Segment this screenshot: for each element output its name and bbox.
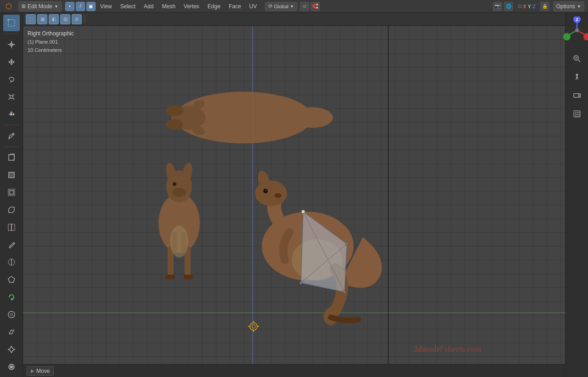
face-select-mode[interactable]: ▣: [86, 2, 96, 11]
add-menu[interactable]: Add: [140, 1, 157, 12]
svg-rect-42: [574, 94, 579, 97]
tool-div-3: [5, 146, 18, 147]
svg-text:3dmodel sheets.com: 3dmodel sheets.com: [413, 344, 481, 354]
walk-mode-btn[interactable]: [569, 69, 585, 85]
y-axis-label: Y: [528, 4, 531, 9]
push-pull-btn[interactable]: [3, 359, 20, 375]
svg-rect-16: [8, 189, 15, 196]
object-mode-icon-4[interactable]: ▨: [60, 14, 70, 24]
add-box-btn[interactable]: [3, 149, 20, 166]
shrink-fatten-btn[interactable]: [3, 341, 20, 358]
transform-label: Global: [274, 4, 288, 9]
svg-rect-71: [184, 275, 193, 279]
uv-menu[interactable]: UV: [246, 1, 261, 12]
move-label: Move: [36, 368, 50, 374]
svg-point-85: [345, 242, 348, 245]
camera-view-btn[interactable]: [569, 87, 585, 104]
svg-rect-50: [23, 26, 565, 366]
knife-btn[interactable]: [3, 236, 20, 253]
transform-icons: ⊙ 🧲: [300, 2, 320, 11]
cursor-tool-btn[interactable]: [3, 36, 20, 53]
poly-build-btn[interactable]: [3, 271, 20, 288]
move-expand-icon: ▶: [31, 368, 34, 373]
x-axis-label: X: [523, 4, 526, 9]
top-menu-bar: ⬡ ⊞ Edit Mode ▼ • / ▣ View Select Add Me…: [0, 0, 588, 13]
spin-btn[interactable]: [3, 289, 20, 305]
inset-btn[interactable]: [3, 184, 20, 201]
svg-line-12: [12, 134, 13, 135]
transform-tool-btn[interactable]: [3, 106, 20, 123]
transform-space-dropdown[interactable]: ⟳ Global ▼: [265, 2, 297, 11]
svg-point-80: [274, 193, 282, 198]
render-icon[interactable]: 🌐: [504, 2, 513, 11]
mesh-menu[interactable]: Mesh: [158, 1, 179, 12]
loop-cut-btn[interactable]: [3, 219, 20, 236]
svg-point-41: [576, 74, 578, 76]
scene-svg: 3dmodel sheets.com: [23, 26, 565, 366]
bevel-btn[interactable]: [3, 202, 20, 218]
object-mode-icon-2[interactable]: ▦: [37, 14, 47, 24]
svg-rect-11: [11, 113, 12, 115]
magnify-btn[interactable]: [569, 51, 585, 67]
select-menu[interactable]: Select: [117, 1, 139, 12]
svg-rect-5: [11, 61, 12, 63]
scale-tool-btn[interactable]: [3, 89, 20, 105]
svg-line-8: [13, 94, 14, 96]
tool-div-1: [5, 34, 18, 34]
svg-point-1: [7, 19, 9, 21]
lock-icon[interactable]: 🔒: [540, 2, 549, 11]
scene-icon[interactable]: 📷: [493, 2, 502, 11]
blender-logo[interactable]: ⬡: [2, 1, 16, 12]
object-mode-icon-3[interactable]: ◧: [49, 14, 59, 24]
svg-line-7: [9, 94, 10, 96]
mesh-select-modes: • / ▣: [65, 2, 96, 11]
proportional-edit[interactable]: ⊙: [300, 2, 309, 11]
svg-point-72: [170, 225, 188, 258]
vertex-menu[interactable]: Vertex: [180, 1, 203, 12]
overlay-btn[interactable]: [569, 106, 585, 122]
options-dropdown[interactable]: Options ▼: [553, 1, 584, 11]
move-panel[interactable]: ▶ Move: [27, 366, 54, 376]
edge-select-mode[interactable]: /: [76, 2, 85, 11]
edit-mode-dropdown[interactable]: ⊞ Edit Mode ▼: [18, 1, 62, 11]
viewport[interactable]: 3dmodel sheets.com Right Orthographic (1…: [23, 26, 565, 377]
transform-icon: ⟳: [268, 3, 272, 9]
svg-rect-13: [9, 155, 14, 160]
shear-btn[interactable]: [3, 324, 20, 340]
z-axis-label: Z: [532, 4, 536, 9]
object-mode-icon-5[interactable]: ⊞: [72, 14, 82, 24]
snap-toggle[interactable]: 🧲: [311, 2, 320, 11]
svg-rect-70: [165, 275, 175, 279]
svg-point-79: [265, 190, 267, 191]
svg-point-65: [172, 188, 186, 197]
svg-point-56: [166, 106, 183, 116]
bisect-btn[interactable]: [3, 254, 20, 270]
edge-menu[interactable]: Edge: [204, 1, 224, 12]
svg-rect-6: [10, 96, 13, 98]
select-box-tool[interactable]: [3, 15, 20, 31]
vertex-select-mode[interactable]: •: [65, 2, 74, 11]
face-menu[interactable]: Face: [225, 1, 245, 12]
svg-marker-26: [8, 346, 15, 353]
svg-line-38: [578, 60, 580, 62]
svg-point-87: [300, 281, 302, 284]
svg-point-57: [166, 119, 183, 130]
svg-rect-0: [8, 20, 15, 26]
rotate-tool-btn[interactable]: [3, 71, 20, 88]
svg-point-58: [292, 107, 333, 128]
axis-gizmo[interactable]: Z: [563, 17, 588, 44]
edit-mode-chevron: ▼: [54, 4, 58, 9]
object-mode-icon-1[interactable]: ⬚: [26, 14, 36, 24]
annotate-tool-btn[interactable]: [3, 128, 20, 144]
mode-sep-1: [85, 15, 85, 23]
svg-point-86: [343, 291, 346, 293]
svg-point-35: [563, 33, 571, 40]
smooth-btn[interactable]: [3, 306, 20, 323]
left-toolbar: [0, 13, 23, 377]
move-tool-btn[interactable]: [3, 54, 20, 70]
svg-point-36: [575, 28, 579, 32]
svg-point-84: [301, 210, 305, 214]
add-obj-btn[interactable]: [3, 167, 20, 183]
xyz-icon: ⊡: [518, 4, 521, 9]
view-menu[interactable]: View: [96, 1, 116, 12]
